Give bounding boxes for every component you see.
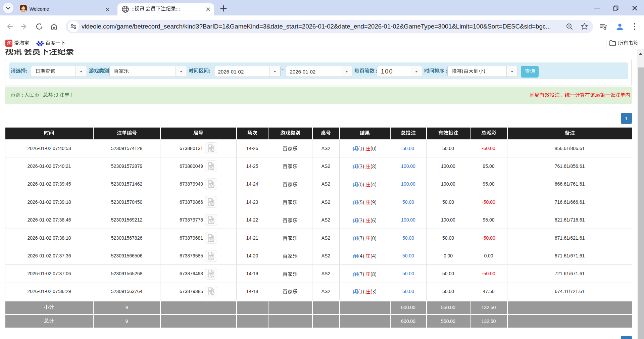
svg-text:du: du (39, 44, 42, 46)
